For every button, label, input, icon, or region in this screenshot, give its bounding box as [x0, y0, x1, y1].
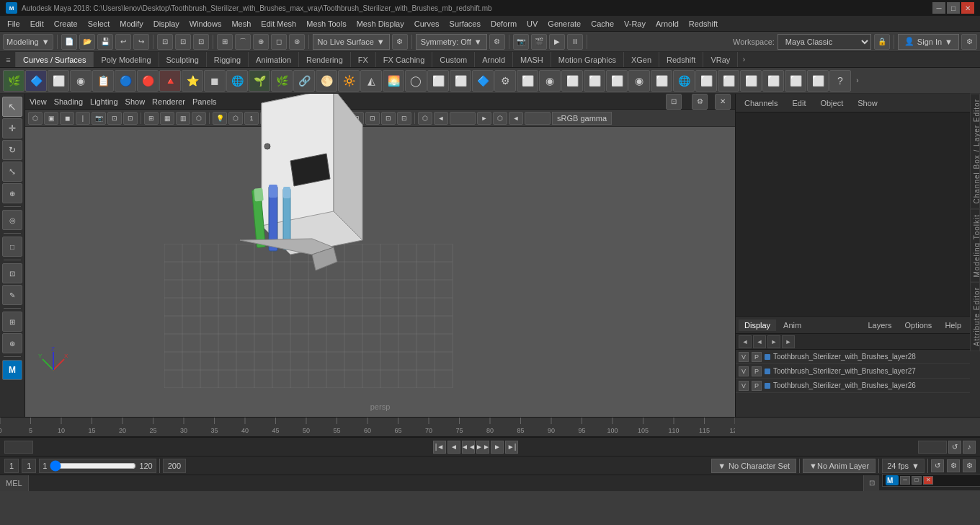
viewport-menu-lighting[interactable]: Lighting [90, 97, 118, 106]
paint-select[interactable]: ✎ [2, 285, 22, 305]
vp-exposure-down[interactable]: ◄ [434, 112, 448, 125]
menu-generate[interactable]: Generate [543, 18, 585, 30]
vp-wireframe[interactable]: ▣ [44, 112, 58, 125]
workspace-dropdown[interactable]: Maya Classic [778, 34, 871, 50]
shelf-icon-5[interactable]: 🔵 [115, 70, 136, 92]
tabs-toggle[interactable]: ≡ [1, 52, 16, 68]
vp-hud[interactable]: ▥ [176, 112, 190, 125]
menu-edit[interactable]: Edit [26, 18, 48, 30]
tab-redshift[interactable]: Redshift [659, 52, 703, 68]
shelf-scroll-right[interactable]: › [852, 70, 863, 92]
viewport-menu-shading[interactable]: Shading [54, 97, 83, 106]
scale-tool[interactable]: ⤡ [2, 162, 22, 182]
open-scene-btn[interactable]: 📂 [79, 34, 95, 50]
shelf-icon-19[interactable]: ⬜ [427, 70, 449, 92]
current-frame-input[interactable]: 1 [4, 441, 33, 454]
timeline-canvas[interactable] [0, 417, 735, 437]
layer-vis-0[interactable]: V [739, 352, 749, 362]
le-tab-anim[interactable]: Anim [778, 319, 807, 331]
le-add-layer[interactable]: ◄ [739, 335, 752, 348]
vp-exposure-icon[interactable]: ⬡ [418, 112, 432, 125]
viewport-menu-view[interactable]: View [30, 97, 47, 106]
paint-select-btn[interactable]: ⊡ [193, 34, 209, 50]
magnet-btn[interactable]: ⊛ [289, 34, 305, 50]
shelf-icon-10[interactable]: 🌐 [226, 70, 248, 92]
viewport-close[interactable]: ✕ [715, 94, 731, 110]
shelf-icon-13[interactable]: 🔗 [293, 70, 315, 92]
shelf-icon-30[interactable]: 🌐 [673, 70, 695, 92]
viewport-canvas[interactable]: colgate [25, 127, 735, 417]
tab-sculpting[interactable]: Sculpting [159, 52, 207, 68]
menu-arnold[interactable]: Arnold [651, 18, 683, 30]
mode-selector[interactable]: Modeling ▼ [3, 34, 53, 50]
redo-btn[interactable]: ↪ [133, 34, 149, 50]
shelf-icon-21[interactable]: 🔷 [472, 70, 494, 92]
frame-current-field[interactable]: 1 [22, 459, 36, 473]
tab-rendering[interactable]: Rendering [299, 52, 351, 68]
tab-animation[interactable]: Animation [249, 52, 299, 68]
shelf-icon-12[interactable]: 🌿 [271, 70, 293, 92]
playback-settings-2[interactable]: ⚙ [947, 459, 960, 472]
menu-curves[interactable]: Curves [410, 18, 444, 30]
shelf-icon-35[interactable]: ⬜ [785, 70, 806, 92]
shelf-icon-6[interactable]: 🔴 [137, 70, 159, 92]
shelf-icon-33[interactable]: ⬜ [740, 70, 762, 92]
viewport-menu-renderer[interactable]: Renderer [152, 97, 185, 106]
menu-modify[interactable]: Modify [115, 18, 147, 30]
mini-win-maximize[interactable]: □ [912, 476, 922, 485]
shelf-icon-22[interactable]: ⚙ [494, 70, 516, 92]
side-label-channel-box[interactable]: Channel Box / Layer Editor [970, 94, 980, 209]
shelf-icon-3[interactable]: ◉ [70, 70, 92, 92]
vp-smooth[interactable]: ◼ [60, 112, 74, 125]
lasso-select[interactable]: ⊡ [2, 263, 22, 283]
vp-exposure-val[interactable]: 0.00 [450, 112, 476, 125]
fps-display[interactable]: 24 fps ▼ [882, 459, 925, 473]
menu-edit-mesh[interactable]: Edit Mesh [257, 18, 300, 30]
menu-file[interactable]: File [3, 18, 24, 30]
move-tool[interactable]: ✛ [2, 118, 22, 138]
cb-tab-show[interactable]: Show [855, 97, 881, 109]
tab-poly-modeling[interactable]: Poly Modeling [94, 52, 159, 68]
tab-vray[interactable]: VRay [703, 52, 738, 68]
tabs-scroll-right[interactable]: › [738, 52, 749, 68]
menu-cache[interactable]: Cache [587, 18, 618, 30]
tab-mash[interactable]: MASH [513, 52, 551, 68]
select-btn[interactable]: ⊡ [157, 34, 173, 50]
play-fwd-btn[interactable]: ►► [476, 441, 489, 454]
layer-playback-2[interactable]: P [752, 381, 762, 391]
shelf-icon-9[interactable]: ◼ [204, 70, 226, 92]
vp-gamma-icon[interactable]: ⬡ [493, 112, 507, 125]
menu-mesh-tools[interactable]: Mesh Tools [302, 18, 350, 30]
vp-camera[interactable]: 📷 [92, 112, 106, 125]
vp-isolate[interactable]: | [76, 112, 90, 125]
tab-rigging[interactable]: Rigging [207, 52, 249, 68]
mini-window[interactable]: M ─ □ ✕ [882, 474, 980, 487]
shelf-icon-34[interactable]: ⬜ [762, 70, 784, 92]
snap-point[interactable]: ⊛ [2, 333, 22, 353]
snap-view-btn[interactable]: ◻ [271, 34, 287, 50]
frame-start-field[interactable]: 1 [4, 459, 19, 473]
symmetry-options[interactable]: ⚙ [489, 34, 505, 50]
le-subtab-options[interactable]: Options [899, 319, 937, 331]
viewport-menu-show[interactable]: Show [125, 97, 146, 106]
settings-btn[interactable]: ⚙ [961, 34, 977, 50]
vp-exposure-up[interactable]: ► [477, 112, 491, 125]
go-to-start-btn[interactable]: |◄ [433, 441, 446, 454]
le-subtab-help[interactable]: Help [939, 319, 967, 331]
mini-win-close[interactable]: ✕ [923, 476, 933, 485]
layer-playback-0[interactable]: P [752, 352, 762, 362]
tab-custom[interactable]: Custom [432, 52, 475, 68]
new-scene-btn[interactable]: 📄 [61, 34, 77, 50]
le-tab-display[interactable]: Display [739, 319, 776, 331]
cb-tab-channels[interactable]: Channels [741, 97, 780, 109]
shelf-icon-28[interactable]: ◉ [628, 70, 650, 92]
shelf-icon-0[interactable]: 🌿 [3, 70, 24, 92]
viewport[interactable]: View Shading Lighting Show Renderer Pane… [25, 94, 735, 417]
play-back-btn[interactable]: ◄◄ [462, 441, 475, 454]
minimize-button[interactable]: ─ [932, 2, 945, 14]
frame-input-2[interactable]: 1 [918, 441, 947, 454]
menu-windows[interactable]: Windows [185, 18, 226, 30]
ipr-btn[interactable]: ▶ [549, 34, 565, 50]
vp-frame-all[interactable]: ⊡ [107, 112, 122, 125]
shelf-icon-32[interactable]: ⬜ [718, 70, 739, 92]
